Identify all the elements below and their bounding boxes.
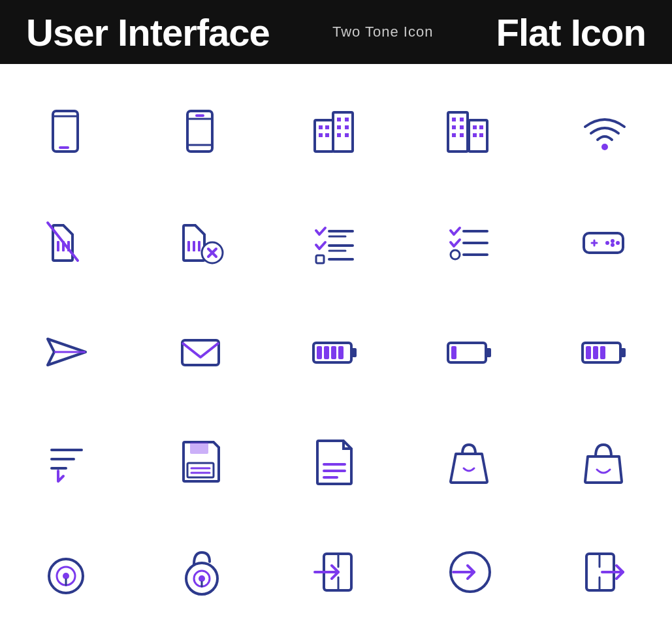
icon-smartphone-ios <box>135 77 269 187</box>
svg-point-57 <box>611 243 615 247</box>
svg-rect-64 <box>317 346 322 359</box>
icon-mail <box>135 297 269 407</box>
icon-logout <box>537 517 672 627</box>
svg-rect-8 <box>319 125 323 129</box>
icon-login <box>269 517 404 627</box>
svg-rect-69 <box>486 348 491 357</box>
icon-buildings-left <box>269 77 404 187</box>
svg-rect-30 <box>479 133 483 137</box>
icon-checklist-simple <box>403 187 537 296</box>
svg-rect-28 <box>479 125 483 129</box>
svg-rect-9 <box>325 125 329 129</box>
svg-rect-20 <box>452 118 456 121</box>
svg-rect-1 <box>59 146 69 149</box>
svg-rect-61 <box>182 340 219 365</box>
svg-rect-4 <box>195 114 204 117</box>
header-subtitle-center: Two Tone Icon <box>332 24 433 40</box>
svg-point-56 <box>616 241 620 245</box>
icon-buildings-right <box>403 77 537 187</box>
svg-rect-22 <box>452 125 456 129</box>
icon-shopping-bag <box>403 407 537 517</box>
svg-rect-46 <box>316 255 324 263</box>
svg-rect-16 <box>345 125 349 129</box>
svg-rect-38 <box>198 241 200 251</box>
svg-rect-72 <box>620 348 626 357</box>
svg-rect-29 <box>473 133 477 137</box>
svg-rect-70 <box>451 346 456 359</box>
icon-battery-full <box>269 297 404 407</box>
icon-floppy-disk-1 <box>135 407 269 517</box>
svg-rect-21 <box>460 118 464 121</box>
icon-battery-medium <box>537 297 672 407</box>
header-title-right: Flat Icon <box>496 10 646 54</box>
icon-padlock-2 <box>135 517 269 627</box>
svg-rect-32 <box>57 241 59 251</box>
icon-send <box>0 297 135 407</box>
svg-rect-25 <box>460 133 464 137</box>
svg-rect-37 <box>193 241 195 251</box>
svg-rect-7 <box>315 120 333 152</box>
svg-rect-10 <box>319 133 323 137</box>
svg-rect-63 <box>351 348 357 357</box>
svg-point-31 <box>601 144 608 150</box>
svg-point-55 <box>611 239 615 243</box>
svg-rect-13 <box>337 118 341 121</box>
icon-gamepad <box>537 187 672 296</box>
icon-shopping-basket <box>537 407 672 517</box>
svg-rect-15 <box>337 125 341 129</box>
svg-rect-23 <box>460 125 464 129</box>
svg-rect-18 <box>345 133 349 137</box>
svg-rect-75 <box>600 346 605 359</box>
icon-padlock-1 <box>0 517 135 627</box>
icon-sd-card-error <box>135 187 269 296</box>
svg-rect-74 <box>593 346 598 359</box>
svg-rect-80 <box>187 463 214 477</box>
icon-signin-circle <box>403 517 537 627</box>
svg-rect-66 <box>331 346 336 359</box>
icon-wifi <box>537 77 672 187</box>
icon-floppy-disk-2 <box>269 407 404 517</box>
icon-checklist-detail <box>269 187 404 296</box>
svg-rect-26 <box>469 120 487 152</box>
svg-rect-27 <box>473 125 477 129</box>
svg-rect-12 <box>333 112 353 152</box>
svg-rect-14 <box>345 118 349 121</box>
svg-rect-19 <box>448 112 468 152</box>
header: User Interface Two Tone Icon Flat Icon <box>0 0 672 64</box>
svg-rect-65 <box>324 346 329 359</box>
svg-rect-17 <box>337 133 341 137</box>
svg-rect-36 <box>187 241 190 251</box>
icon-battery-low <box>403 297 537 407</box>
svg-point-58 <box>605 241 609 245</box>
icon-sort-descending <box>0 407 135 517</box>
svg-rect-73 <box>586 346 591 359</box>
svg-rect-11 <box>325 133 329 137</box>
svg-point-50 <box>451 250 460 259</box>
icon-sd-card-slash <box>0 187 135 296</box>
svg-rect-24 <box>452 133 456 137</box>
svg-rect-67 <box>338 346 344 359</box>
icon-grid <box>0 64 672 640</box>
svg-rect-79 <box>190 442 208 454</box>
header-title-left: User Interface <box>26 10 270 54</box>
icon-smartphone-android <box>0 77 135 187</box>
